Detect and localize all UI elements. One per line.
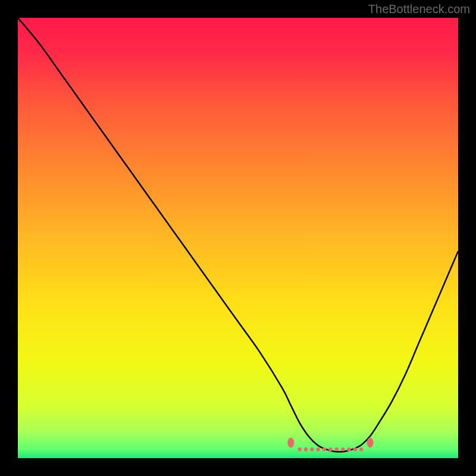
svg-point-8 bbox=[341, 447, 345, 451]
bottleneck-curve-svg bbox=[18, 18, 458, 458]
svg-point-7 bbox=[335, 447, 339, 451]
svg-point-10 bbox=[353, 447, 357, 451]
svg-point-6 bbox=[328, 447, 332, 451]
svg-point-5 bbox=[322, 447, 326, 451]
svg-point-3 bbox=[310, 447, 314, 451]
svg-point-1 bbox=[298, 447, 301, 451]
svg-point-4 bbox=[316, 447, 320, 451]
svg-point-12 bbox=[287, 438, 294, 448]
chart-plot-area bbox=[18, 18, 458, 458]
watermark-text: TheBottleneck.com bbox=[368, 2, 470, 16]
svg-point-9 bbox=[347, 447, 350, 451]
optimal-zone-dots bbox=[298, 447, 363, 451]
svg-point-13 bbox=[367, 438, 374, 448]
svg-point-11 bbox=[359, 447, 363, 451]
bottleneck-curve-line bbox=[18, 18, 458, 452]
svg-point-2 bbox=[304, 447, 308, 451]
